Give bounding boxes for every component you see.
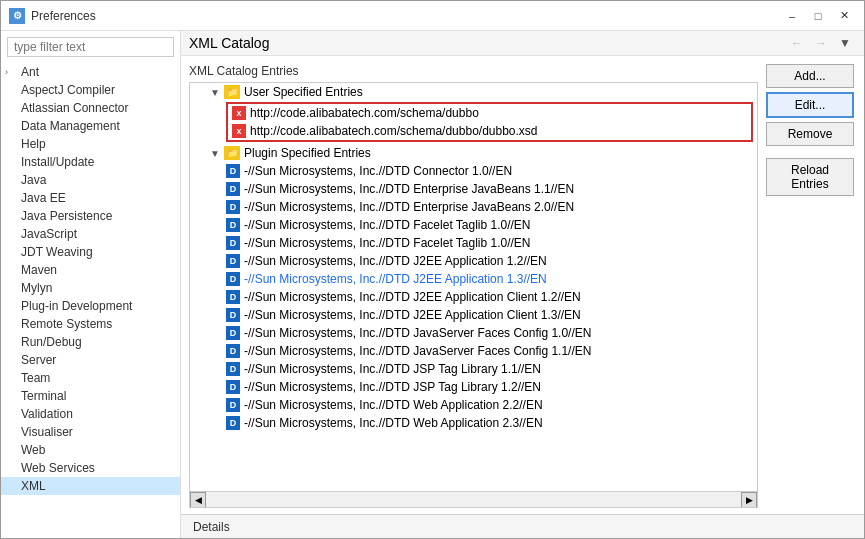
d-icon-10: D bbox=[226, 344, 240, 358]
back-button[interactable]: ← bbox=[786, 33, 808, 53]
plugin-entry-text-6: -//Sun Microsystems, Inc.//DTD J2EE Appl… bbox=[244, 272, 547, 286]
sidebar-item-label: Maven bbox=[21, 263, 57, 277]
remove-button[interactable]: Remove bbox=[766, 122, 854, 146]
details-panel: Details bbox=[181, 514, 864, 538]
scroll-right-button[interactable]: ▶ bbox=[741, 492, 757, 508]
plugin-entry-4[interactable]: D-//Sun Microsystems, Inc.//DTD Facelet … bbox=[190, 234, 757, 252]
minimize-button[interactable]: – bbox=[780, 6, 804, 26]
sidebar-item-team[interactable]: Team bbox=[1, 369, 180, 387]
horizontal-scrollbar[interactable]: ◀ ▶ bbox=[190, 491, 757, 507]
filter-input[interactable] bbox=[7, 37, 174, 57]
user-entry-1-url: http://code.alibabatech.com/schema/dubbo bbox=[250, 106, 479, 120]
sidebar-item-label: Validation bbox=[21, 407, 73, 421]
sidebar-item-label: Visualiser bbox=[21, 425, 73, 439]
sidebar-item-run/debug[interactable]: Run/Debug bbox=[1, 333, 180, 351]
sidebar-item-terminal[interactable]: Terminal bbox=[1, 387, 180, 405]
plugin-specified-group[interactable]: ▼ 📁 Plugin Specified Entries bbox=[190, 144, 757, 162]
plugin-entry-10[interactable]: D-//Sun Microsystems, Inc.//DTD JavaServ… bbox=[190, 342, 757, 360]
sidebar-item-label: Install/Update bbox=[21, 155, 94, 169]
page-title: XML Catalog bbox=[189, 35, 269, 51]
button-panel: Add... Edit... Remove Reload Entries bbox=[766, 62, 856, 508]
plugin-entry-text-11: -//Sun Microsystems, Inc.//DTD JSP Tag L… bbox=[244, 362, 541, 376]
window-icon: ⚙ bbox=[9, 8, 25, 24]
sidebar-item-visualiser[interactable]: Visualiser bbox=[1, 423, 180, 441]
sidebar-item-label: Atlassian Connector bbox=[21, 101, 128, 115]
content-body: XML Catalog Entries ▼ 📁 User Specified E… bbox=[181, 56, 864, 514]
maximize-button[interactable]: □ bbox=[806, 6, 830, 26]
sidebar-item-javascript[interactable]: JavaScript bbox=[1, 225, 180, 243]
plugin-entry-1[interactable]: D-//Sun Microsystems, Inc.//DTD Enterpri… bbox=[190, 180, 757, 198]
plugin-entry-0[interactable]: D-//Sun Microsystems, Inc.//DTD Connecto… bbox=[190, 162, 757, 180]
details-label: Details bbox=[193, 520, 230, 534]
sidebar-item-data-management[interactable]: Data Management bbox=[1, 117, 180, 135]
sidebar-item-label: JDT Weaving bbox=[21, 245, 93, 259]
sidebar-item-java-persistence[interactable]: Java Persistence bbox=[1, 207, 180, 225]
dropdown-button[interactable]: ▼ bbox=[834, 33, 856, 53]
sidebar-item-label: Terminal bbox=[21, 389, 66, 403]
plugin-entry-8[interactable]: D-//Sun Microsystems, Inc.//DTD J2EE App… bbox=[190, 306, 757, 324]
user-specified-group[interactable]: ▼ 📁 User Specified Entries bbox=[190, 83, 757, 101]
plugin-entry-6[interactable]: D-//Sun Microsystems, Inc.//DTD J2EE App… bbox=[190, 270, 757, 288]
x-icon-2: x bbox=[232, 124, 246, 138]
nav-arrows: ← → ▼ bbox=[786, 33, 856, 53]
plugin-entry-text-3: -//Sun Microsystems, Inc.//DTD Facelet T… bbox=[244, 218, 531, 232]
sidebar-item-label: Mylyn bbox=[21, 281, 52, 295]
sidebar-item-java-ee[interactable]: Java EE bbox=[1, 189, 180, 207]
folder-icon: 📁 bbox=[224, 85, 240, 99]
add-button[interactable]: Add... bbox=[766, 64, 854, 88]
close-button[interactable]: ✕ bbox=[832, 6, 856, 26]
forward-button[interactable]: → bbox=[810, 33, 832, 53]
sidebar-item-jdt-weaving[interactable]: JDT Weaving bbox=[1, 243, 180, 261]
sidebar-item-label: Java bbox=[21, 173, 46, 187]
plugin-entry-14[interactable]: D-//Sun Microsystems, Inc.//DTD Web Appl… bbox=[190, 414, 757, 432]
tree-inner[interactable]: ▼ 📁 User Specified Entries x http://code… bbox=[190, 83, 757, 491]
sidebar-item-server[interactable]: Server bbox=[1, 351, 180, 369]
scroll-left-button[interactable]: ◀ bbox=[190, 492, 206, 508]
user-specified-label: User Specified Entries bbox=[244, 85, 363, 99]
user-entry-1[interactable]: x http://code.alibabatech.com/schema/dub… bbox=[228, 104, 751, 122]
plugin-entry-7[interactable]: D-//Sun Microsystems, Inc.//DTD J2EE App… bbox=[190, 288, 757, 306]
sidebar-item-label: Team bbox=[21, 371, 50, 385]
plugin-entry-11[interactable]: D-//Sun Microsystems, Inc.//DTD JSP Tag … bbox=[190, 360, 757, 378]
plugin-entry-13[interactable]: D-//Sun Microsystems, Inc.//DTD Web Appl… bbox=[190, 396, 757, 414]
window-controls: – □ ✕ bbox=[780, 6, 856, 26]
sidebar-item-plug-in-development[interactable]: Plug-in Development bbox=[1, 297, 180, 315]
plugin-entry-2[interactable]: D-//Sun Microsystems, Inc.//DTD Enterpri… bbox=[190, 198, 757, 216]
plugin-entry-text-0: -//Sun Microsystems, Inc.//DTD Connector… bbox=[244, 164, 512, 178]
section-label: XML Catalog Entries bbox=[189, 62, 758, 82]
sidebar-item-label: Remote Systems bbox=[21, 317, 112, 331]
sidebar-item-remote-systems[interactable]: Remote Systems bbox=[1, 315, 180, 333]
sidebar-item-ant[interactable]: ›Ant bbox=[1, 63, 180, 81]
sidebar-item-label: Plug-in Development bbox=[21, 299, 132, 313]
plugin-entry-5[interactable]: D-//Sun Microsystems, Inc.//DTD J2EE App… bbox=[190, 252, 757, 270]
plugin-entry-text-4: -//Sun Microsystems, Inc.//DTD Facelet T… bbox=[244, 236, 531, 250]
top-toolbar: XML Catalog ← → ▼ bbox=[181, 31, 864, 56]
sidebar-item-web[interactable]: Web bbox=[1, 441, 180, 459]
sidebar-item-help[interactable]: Help bbox=[1, 135, 180, 153]
sidebar-item-xml[interactable]: XML bbox=[1, 477, 180, 495]
sidebar-item-label: Data Management bbox=[21, 119, 120, 133]
x-icon-1: x bbox=[232, 106, 246, 120]
sidebar-item-maven[interactable]: Maven bbox=[1, 261, 180, 279]
sidebar-item-web-services[interactable]: Web Services bbox=[1, 459, 180, 477]
plugin-entry-text-7: -//Sun Microsystems, Inc.//DTD J2EE Appl… bbox=[244, 290, 581, 304]
d-icon-9: D bbox=[226, 326, 240, 340]
sidebar-item-validation[interactable]: Validation bbox=[1, 405, 180, 423]
d-icon-2: D bbox=[226, 200, 240, 214]
content-area: XML Catalog ← → ▼ XML Catalog Entries bbox=[181, 31, 864, 538]
sidebar-item-aspectj-compiler[interactable]: AspectJ Compiler bbox=[1, 81, 180, 99]
user-entry-2[interactable]: x http://code.alibabatech.com/schema/dub… bbox=[228, 122, 751, 140]
plugin-entry-12[interactable]: D-//Sun Microsystems, Inc.//DTD JSP Tag … bbox=[190, 378, 757, 396]
plugin-entry-9[interactable]: D-//Sun Microsystems, Inc.//DTD JavaServ… bbox=[190, 324, 757, 342]
edit-button[interactable]: Edit... bbox=[766, 92, 854, 118]
sidebar-item-install/update[interactable]: Install/Update bbox=[1, 153, 180, 171]
sidebar-item-java[interactable]: Java bbox=[1, 171, 180, 189]
sidebar: ›AntAspectJ CompilerAtlassian ConnectorD… bbox=[1, 31, 181, 538]
d-icon-6: D bbox=[226, 272, 240, 286]
plugin-entry-text-14: -//Sun Microsystems, Inc.//DTD Web Appli… bbox=[244, 416, 543, 430]
reload-button[interactable]: Reload Entries bbox=[766, 158, 854, 196]
sidebar-item-label: Ant bbox=[21, 65, 39, 79]
sidebar-item-atlassian-connector[interactable]: Atlassian Connector bbox=[1, 99, 180, 117]
plugin-entry-3[interactable]: D-//Sun Microsystems, Inc.//DTD Facelet … bbox=[190, 216, 757, 234]
sidebar-item-mylyn[interactable]: Mylyn bbox=[1, 279, 180, 297]
